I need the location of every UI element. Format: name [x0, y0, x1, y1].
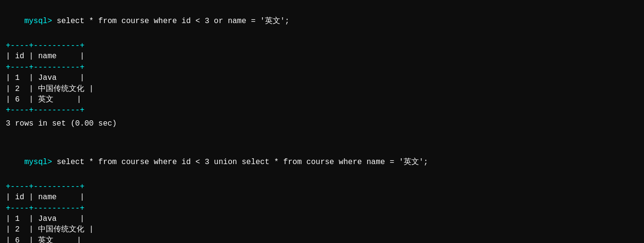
query1-sql: select * from course where id < 3 or nam… — [57, 17, 289, 26]
table1: +----+----------+ | id | name | +----+--… — [6, 40, 638, 116]
prompt1: mysql> — [24, 17, 56, 26]
table2-row-2: | 2 | 中国传统文化 | — [6, 224, 638, 235]
table1-row-3: | 6 | 英文 | — [6, 94, 638, 105]
table2-border-mid: +----+----------+ — [6, 203, 638, 214]
blank-line — [6, 137, 638, 145]
table1-border-mid: +----+----------+ — [6, 62, 638, 73]
query1-line: mysql> select * from course where id < 3… — [6, 4, 638, 38]
prompt2: mysql> — [24, 158, 56, 166]
table1-header: | id | name | — [6, 51, 638, 62]
table1-row-2: | 2 | 中国传统文化 | — [6, 84, 638, 94]
result1-info: 3 rows in set (0.00 sec) — [6, 118, 638, 129]
table2-row-1: | 1 | Java | — [6, 214, 638, 224]
query2-line: mysql> select * from course where id < 3… — [6, 145, 638, 179]
table2-row-3: | 6 | 英文 | — [6, 235, 638, 243]
table1-row-1: | 1 | Java | — [6, 73, 638, 83]
table2-border-top: +----+----------+ — [6, 181, 638, 192]
query2-sql: select * from course where id < 3 union … — [57, 158, 428, 166]
terminal: mysql> select * from course where id < 3… — [6, 4, 638, 243]
table1-border-bottom: +----+----------+ — [6, 105, 638, 115]
table1-border-top: +----+----------+ — [6, 40, 638, 51]
table2: +----+----------+ | id | name | +----+--… — [6, 181, 638, 243]
table2-header: | id | name | — [6, 192, 638, 203]
